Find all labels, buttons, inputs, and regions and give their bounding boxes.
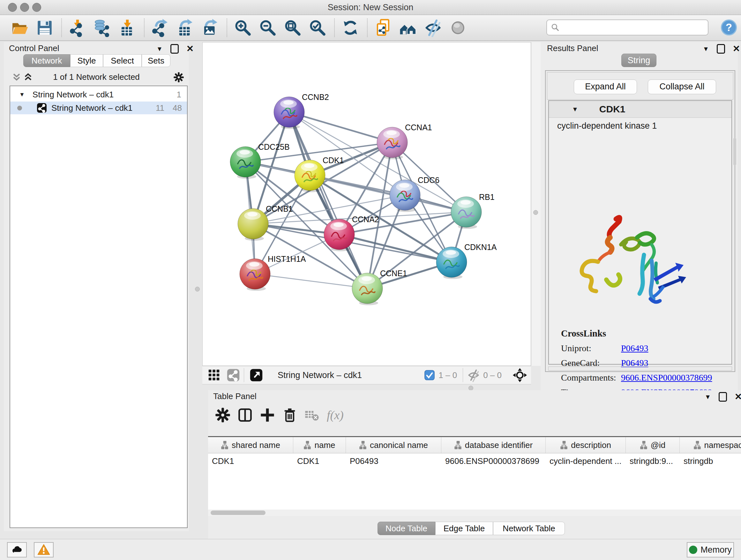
- home-view-icon[interactable]: [398, 17, 418, 38]
- splitter-handle[interactable]: [533, 210, 538, 215]
- cell-namespac[interactable]: stringdb: [680, 456, 741, 466]
- table-hscrollbar[interactable]: [208, 509, 741, 516]
- cell--id[interactable]: stringdb:9...: [626, 456, 680, 466]
- node-CCNB2[interactable]: CCNB2: [274, 92, 329, 129]
- table-row[interactable]: CDK1CDK1P064939606.ENSP00000378699cyclin…: [208, 453, 741, 469]
- column-header-canonical-name[interactable]: canonical name: [346, 437, 441, 453]
- clone-network-icon[interactable]: [373, 17, 394, 38]
- node-RB1[interactable]: RB1: [451, 192, 495, 229]
- warning-button[interactable]: [34, 542, 54, 557]
- node-label-CCNA1: CCNA1: [405, 123, 432, 132]
- scrollbar-thumb[interactable]: [211, 510, 266, 515]
- tree-expand-icon[interactable]: ▼: [19, 91, 25, 98]
- export-network-icon[interactable]: [150, 17, 171, 38]
- panel-collapse-icon[interactable]: ▼: [704, 393, 711, 401]
- panel-float-icon[interactable]: [171, 44, 179, 54]
- right-splitter[interactable]: [531, 42, 541, 366]
- tab-style[interactable]: Style: [70, 54, 103, 67]
- collapse-all-button[interactable]: Collapse All: [648, 79, 716, 94]
- network-graph[interactable]: CCNB2CCNA1CDC25BCDK1CDC6RB1CCNB1CCNA2CDK…: [203, 43, 531, 366]
- cell-database-identifier[interactable]: 9606.ENSP00000378699: [441, 456, 546, 466]
- panel-float-icon[interactable]: [717, 44, 725, 54]
- help-button[interactable]: ?: [720, 18, 738, 37]
- panel-close-icon[interactable]: ✕: [735, 393, 741, 401]
- column-header-database-identifier[interactable]: database identifier: [441, 437, 546, 453]
- import-network-file-icon[interactable]: [67, 17, 88, 38]
- column-header-name[interactable]: name: [293, 437, 346, 453]
- zoom-fit-icon[interactable]: [282, 17, 303, 38]
- cell-name[interactable]: CDK1: [293, 456, 346, 466]
- refresh-view-icon[interactable]: [340, 17, 360, 38]
- table-gear-icon[interactable]: [214, 407, 231, 423]
- column-header-namespac[interactable]: namespac: [680, 437, 741, 453]
- tab-node-table[interactable]: Node Table: [378, 522, 435, 535]
- tab-network[interactable]: Network: [23, 54, 70, 67]
- cell-shared-name[interactable]: CDK1: [208, 456, 293, 466]
- current-network-title: String Network – cdk1: [278, 370, 362, 380]
- tab-string[interactable]: String: [621, 54, 657, 67]
- save-session-icon[interactable]: [35, 17, 55, 38]
- node-label-CDC6: CDC6: [418, 176, 440, 185]
- toolbar-separator: [226, 18, 227, 37]
- add-column-icon[interactable]: [259, 407, 276, 423]
- edge-ccnb2-ccna1[interactable]: [289, 112, 392, 142]
- tab-select[interactable]: Select: [103, 54, 142, 67]
- panel-collapse-icon[interactable]: ▼: [156, 45, 163, 53]
- delete-column-icon[interactable]: [281, 407, 298, 423]
- panel-close-icon[interactable]: ✕: [733, 45, 740, 53]
- zoom-out-icon[interactable]: [258, 17, 278, 38]
- crosshair-icon[interactable]: [513, 368, 527, 382]
- cloud-button[interactable]: [7, 542, 27, 557]
- network-badge-gray-icon[interactable]: [226, 368, 241, 382]
- import-network-database-icon[interactable]: [92, 17, 113, 38]
- open-in-new-window-icon[interactable]: [249, 368, 264, 382]
- entry-collapse-icon[interactable]: ▼: [572, 106, 578, 113]
- column-header--id[interactable]: @id: [626, 437, 680, 453]
- node-CDC6[interactable]: CDC6: [390, 176, 440, 212]
- selected-checkbox-icon[interactable]: [423, 369, 436, 381]
- network-canvas[interactable]: CCNB2CCNA1CDC25BCDK1CDC6RB1CCNB1CCNA2CDK…: [202, 42, 531, 366]
- show-columns-icon[interactable]: [237, 407, 253, 423]
- node-HIST1H1A[interactable]: HIST1H1A: [240, 254, 306, 291]
- crosslink-link[interactable]: P06493: [621, 343, 649, 354]
- edge-ccne1-hist1h1a[interactable]: [255, 274, 367, 288]
- hide-panel-eye-icon[interactable]: [423, 17, 443, 38]
- import-table-icon[interactable]: [117, 17, 138, 38]
- network-status-dot-icon: [17, 106, 22, 111]
- export-image-icon[interactable]: [200, 17, 220, 38]
- network-row[interactable]: String Network – cdk1 11 48: [10, 102, 187, 114]
- birdseye-grid-icon[interactable]: [207, 368, 221, 382]
- delete-table-icon-disabled: [304, 407, 318, 423]
- crosslink-link[interactable]: 9606.ENSP00000378699: [621, 373, 712, 383]
- tab-edge-table[interactable]: Edge Table: [435, 522, 493, 535]
- results-scrollbar[interactable]: [733, 138, 736, 165]
- table-tabs: Node TableEdge TableNetwork Table: [378, 522, 565, 535]
- cell-canonical-name[interactable]: P06493: [346, 456, 441, 466]
- zoom-in-icon[interactable]: [232, 17, 253, 38]
- network-collection-row[interactable]: ▼ String Network – cdk1 1: [10, 87, 187, 102]
- column-header-shared-name[interactable]: shared name: [208, 437, 293, 453]
- options-gear-icon[interactable]: [173, 71, 185, 83]
- hidden-eye-icon[interactable]: [467, 368, 481, 382]
- node-CDKN1A[interactable]: CDKN1A: [436, 243, 497, 279]
- panel-close-icon[interactable]: ✕: [186, 45, 194, 53]
- search-input[interactable]: [546, 19, 709, 36]
- export-table-icon[interactable]: [175, 17, 195, 38]
- panel-float-icon[interactable]: [719, 392, 727, 401]
- splitter-handle[interactable]: [468, 386, 473, 390]
- gray-ball-icon[interactable]: [448, 17, 468, 38]
- entry-header[interactable]: ▼ CDK1: [549, 101, 731, 118]
- zoom-selected-icon[interactable]: [307, 17, 328, 38]
- open-session-icon[interactable]: [10, 17, 30, 38]
- column-header-description[interactable]: description: [546, 437, 626, 453]
- tab-network-table[interactable]: Network Table: [493, 522, 565, 535]
- splitter-handle[interactable]: [195, 287, 200, 292]
- tab-sets[interactable]: Sets: [142, 54, 171, 67]
- panel-collapse-icon[interactable]: ▼: [703, 45, 709, 53]
- memory-button[interactable]: Memory: [687, 542, 734, 557]
- node-label-CCNA2: CCNA2: [352, 215, 379, 224]
- node-label-CDKN1A: CDKN1A: [464, 243, 497, 252]
- node-CDK1[interactable]: CDK1: [294, 156, 344, 192]
- expand-all-button[interactable]: Expand All: [574, 79, 637, 94]
- cell-description[interactable]: cyclin-dependent ...: [546, 456, 626, 466]
